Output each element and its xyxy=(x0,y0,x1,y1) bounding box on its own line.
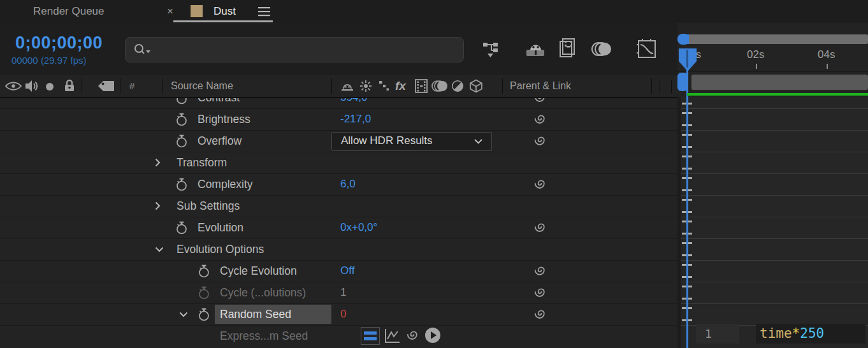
close-icon[interactable]: × xyxy=(167,0,173,23)
enable-expression-icon[interactable] xyxy=(361,327,380,345)
draft-3d-icon[interactable] xyxy=(525,38,547,59)
effects-fx-icon[interactable]: fx xyxy=(395,75,406,97)
stopwatch-icon[interactable] xyxy=(198,286,210,300)
timeline-row-divider xyxy=(681,238,868,239)
adjustment-layer-icon[interactable] xyxy=(451,80,464,92)
property-row[interactable]: Cycle EvolutionOff xyxy=(0,260,677,282)
audio-speaker-icon[interactable] xyxy=(24,79,40,93)
current-timecode[interactable]: 0;00;00;00 xyxy=(15,33,103,53)
timeline-row-divider xyxy=(681,303,868,304)
chevron-down-icon[interactable] xyxy=(155,247,164,252)
group-row[interactable]: Transform xyxy=(0,152,677,173)
stopwatch-icon[interactable] xyxy=(175,221,188,235)
group-row[interactable]: Evolution Options xyxy=(0,238,677,260)
group-row[interactable]: Sub Settings xyxy=(0,195,677,217)
expression-line-number: 1 xyxy=(696,324,739,344)
composition-mini-flowchart-icon[interactable] xyxy=(482,40,502,59)
chevron-right-icon[interactable] xyxy=(155,158,161,167)
property-row[interactable]: Brightness-217,0 xyxy=(0,108,677,130)
frame-rate-info: 00000 (29.97 fps) xyxy=(11,55,87,66)
row-divider xyxy=(0,303,677,304)
solo-icon[interactable] xyxy=(45,82,54,91)
chevron-right-icon[interactable] xyxy=(155,201,161,210)
column-parent-link[interactable]: Parent & Link xyxy=(510,75,571,97)
dropdown-value[interactable]: Allow HDR Results xyxy=(341,133,433,149)
pick-whip-icon[interactable] xyxy=(532,176,548,192)
video-eye-icon[interactable] xyxy=(5,81,22,91)
frame-blending-icon[interactable] xyxy=(558,38,579,59)
property-label[interactable]: Evolution xyxy=(198,217,243,238)
stopwatch-icon[interactable] xyxy=(175,134,188,149)
timeline-scrollbar-left-cap[interactable] xyxy=(677,34,686,45)
work-area-bar[interactable] xyxy=(691,75,868,90)
pick-whip-icon[interactable] xyxy=(532,219,548,236)
motion-blur-switch-icon[interactable] xyxy=(431,80,448,92)
label-tag-icon[interactable] xyxy=(98,80,115,92)
stopwatch-icon[interactable] xyxy=(175,112,188,127)
property-value[interactable]: -217,0 xyxy=(340,108,371,130)
property-row[interactable]: Overflow Allow HDR Results xyxy=(0,130,677,152)
timeline-scrollbar-view-indicator[interactable] xyxy=(686,34,689,44)
lock-icon[interactable] xyxy=(63,78,76,92)
overflow-dropdown[interactable]: Allow HDR Results xyxy=(331,132,492,151)
property-label[interactable]: Cycle (...olutions) xyxy=(220,282,306,303)
pick-whip-icon[interactable] xyxy=(532,111,548,127)
expression-pick-whip-icon[interactable] xyxy=(404,327,421,344)
expression-code-field[interactable]: time*250 xyxy=(756,324,865,344)
property-row[interactable]: Complexity6,0 xyxy=(0,173,677,195)
header-divider xyxy=(82,78,82,94)
frame-blend-switch-icon[interactable] xyxy=(414,79,428,93)
row-divider xyxy=(0,260,677,261)
timeline-rows-background xyxy=(677,97,868,348)
after-effects-timeline-panel: Contrast354,0 Brightness-217,0 Overflow … xyxy=(0,0,868,348)
property-value[interactable]: 0x+0,0° xyxy=(340,217,377,238)
row-divider xyxy=(0,325,677,326)
motion-blur-icon[interactable] xyxy=(591,40,614,59)
stopwatch-icon[interactable] xyxy=(198,307,210,322)
search-input[interactable] xyxy=(125,37,464,62)
property-label[interactable]: Overflow xyxy=(198,130,242,152)
timeline-row-divider xyxy=(681,173,868,174)
playhead-handle[interactable] xyxy=(678,48,697,72)
property-value[interactable]: 1 xyxy=(340,282,346,303)
expression-label[interactable]: Express...m Seed xyxy=(220,325,308,347)
property-value[interactable]: Off xyxy=(340,260,354,282)
tab-dust[interactable]: Dust xyxy=(213,0,236,23)
chevron-down-icon[interactable] xyxy=(179,312,188,317)
property-row[interactable]: Random Seed0 xyxy=(0,303,677,325)
tab-render-queue[interactable]: Render Queue xyxy=(33,0,105,23)
property-label[interactable]: Complexity xyxy=(198,173,253,195)
panel-menu-icon[interactable] xyxy=(257,6,271,17)
pick-whip-icon[interactable] xyxy=(532,284,548,301)
row-divider xyxy=(0,238,677,239)
property-label[interactable]: Brightness xyxy=(198,108,250,130)
pick-whip-icon[interactable] xyxy=(404,327,421,344)
property-label[interactable]: Transform xyxy=(177,152,227,173)
timeline-scrollbar[interactable] xyxy=(686,34,868,44)
playhead-line[interactable] xyxy=(686,62,688,348)
pick-whip-icon[interactable] xyxy=(532,133,548,149)
pick-whip-icon[interactable] xyxy=(532,306,548,323)
property-label[interactable]: Cycle Evolution xyxy=(220,260,297,282)
stopwatch-icon[interactable] xyxy=(198,264,210,279)
collapse-transformations-icon[interactable] xyxy=(359,80,372,92)
property-label[interactable]: Sub Settings xyxy=(177,195,240,217)
property-value[interactable]: 6,0 xyxy=(340,173,356,195)
quality-icon[interactable] xyxy=(379,80,390,92)
property-label[interactable]: Random Seed xyxy=(220,303,291,325)
property-row[interactable]: Express...m Seed xyxy=(0,325,677,347)
pick-whip-icon[interactable] xyxy=(532,263,548,279)
3d-layer-icon[interactable] xyxy=(469,79,483,93)
graph-editor-icon[interactable] xyxy=(636,38,658,60)
property-label[interactable]: Evolution Options xyxy=(177,238,264,260)
post-expression-graph-icon[interactable] xyxy=(384,328,401,344)
search-icon[interactable] xyxy=(133,43,152,58)
property-row[interactable]: Cycle (...olutions)1 xyxy=(0,282,677,303)
shy-icon[interactable] xyxy=(340,79,354,93)
property-value[interactable]: 0 xyxy=(340,303,346,325)
column-source-name[interactable]: Source Name xyxy=(171,75,233,97)
property-row[interactable]: Evolution0x+0,0° xyxy=(0,217,677,238)
timeline-row-divider xyxy=(681,260,868,261)
expression-menu-icon[interactable] xyxy=(424,327,441,344)
stopwatch-icon[interactable] xyxy=(175,177,188,192)
